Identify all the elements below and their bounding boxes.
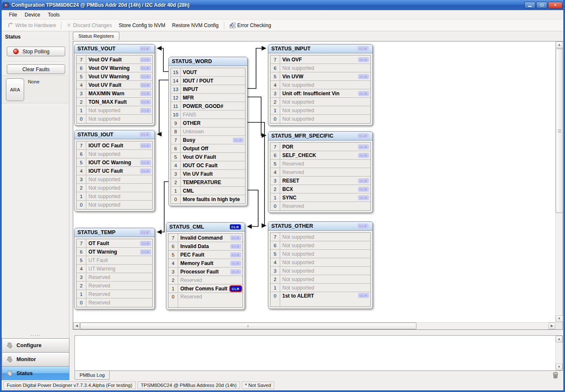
clr-button[interactable]: CLR: [230, 244, 241, 249]
clr-button[interactable]: CLR: [358, 293, 369, 298]
clr-button[interactable]: CLR: [358, 178, 369, 183]
scroll-left-button[interactable]: ◀: [73, 323, 80, 329]
clr-button[interactable]: CLR: [140, 230, 151, 235]
clr-button[interactable]: CLR: [358, 224, 369, 229]
register-bit-row: 7Not supported: [270, 233, 370, 241]
bit-label: Reserved: [280, 203, 370, 209]
scroll-right-button[interactable]: ▶: [548, 323, 555, 329]
register-bit-row: 3Vin UV Fault: [171, 170, 245, 178]
clr-button[interactable]: CLR: [358, 133, 369, 138]
register-table: 7IOUT OC FaultCLR6Not supported5IOUT OC …: [76, 141, 153, 210]
restore-nvm-config-button[interactable]: Restore NVM Config: [168, 21, 222, 30]
clr-button[interactable]: CLR: [140, 160, 151, 165]
discard-changes-button[interactable]: ✕ Discard Changes: [63, 21, 115, 30]
register-bit-row: 7PORCLR: [270, 143, 370, 151]
maximize-button[interactable]: [536, 2, 547, 8]
trash-icon[interactable]: [552, 372, 559, 379]
clr-button[interactable]: CLR: [358, 195, 369, 200]
clr-button[interactable]: CLR: [140, 241, 151, 246]
register-bit-row: 3Not supported: [270, 267, 370, 275]
bit-label: Not supported: [86, 202, 152, 208]
clr-button[interactable]: CLR: [358, 187, 369, 192]
minimize-button[interactable]: [524, 2, 535, 8]
clr-button[interactable]: CLR: [230, 224, 241, 229]
clr-button[interactable]: CLR: [140, 57, 151, 62]
statusbar-device: TPSM8D6C24 @ PMBus Address 20d (14h): [138, 381, 240, 389]
sidebar-nav: Configure Monitor Status: [2, 338, 69, 380]
bit-number: 4: [168, 259, 178, 267]
register-status-vout: STATUS_VOUTCLR7Vout OV FaultCLR6Vout OV …: [74, 44, 155, 126]
register-bit-row: 2BCXCLR: [270, 185, 370, 193]
clear-faults-button[interactable]: Clear Faults: [7, 64, 65, 74]
clr-button[interactable]: CLR: [140, 66, 151, 71]
bit-label: INPUT: [181, 86, 245, 92]
nav-monitor[interactable]: Monitor: [2, 352, 69, 366]
clr-button[interactable]: CLR: [140, 249, 151, 254]
error-checking-button[interactable]: Error Checking: [226, 21, 275, 30]
clr-button[interactable]: CLR: [140, 91, 151, 96]
vertical-scroll-thumb[interactable]: [556, 49, 563, 213]
clr-button[interactable]: CLR: [233, 138, 244, 143]
register-bit-row: 7Vin OVFCLR: [270, 55, 370, 64]
clr-button[interactable]: CLR: [140, 168, 151, 174]
clr-button[interactable]: CLR: [358, 46, 369, 51]
clr-button[interactable]: CLR: [358, 153, 369, 158]
clr-button[interactable]: CLR: [230, 252, 241, 257]
clr-button[interactable]: CLR: [358, 74, 369, 79]
clr-button[interactable]: CLR: [140, 108, 151, 113]
clr-button[interactable]: CLR: [358, 91, 369, 96]
log-vertical-scrollbar[interactable]: ▲ ▼: [555, 336, 562, 370]
clr-button[interactable]: CLR: [140, 132, 151, 137]
store-config-to-nvm-button[interactable]: Store Config to NVM: [115, 21, 168, 30]
horizontal-scrollbar[interactable]: ◀ ‖ ▶: [73, 322, 555, 329]
scroll-down-button[interactable]: ▼: [556, 315, 563, 322]
register-header: STATUS_WORD: [169, 57, 247, 66]
clr-button[interactable]: CLR: [230, 261, 241, 266]
bit-number: 2: [270, 98, 280, 106]
clr-button[interactable]: CLR: [140, 143, 151, 148]
clr-button[interactable]: CLR: [140, 99, 151, 105]
bit-label: Reserved: [280, 169, 370, 175]
clr-button[interactable]: CLR: [140, 83, 151, 88]
ti-icon: [6, 342, 13, 348]
bit-number: 0: [270, 115, 280, 123]
scroll-up-button[interactable]: ▲: [556, 41, 563, 48]
tab-pmbus-log[interactable]: PMBus Log: [74, 371, 110, 380]
clr-button[interactable]: CLR: [230, 269, 241, 274]
scroll-track[interactable]: [416, 323, 548, 329]
bit-label: Not supported: [280, 251, 370, 257]
write-to-hardware-button[interactable]: Write to Hardware: [4, 21, 59, 30]
register-bit-row: 4Not supported: [270, 258, 370, 267]
close-button[interactable]: ✕: [548, 2, 562, 8]
register-table: 7PORCLR6SELF_CHECKCLR5Reserved4Reserved3…: [270, 142, 371, 211]
bit-label: Not supported: [280, 259, 370, 265]
clr-button[interactable]: CLR: [358, 57, 369, 62]
bit-number: 0: [168, 294, 178, 307]
log-scroll-down-button[interactable]: ▼: [556, 364, 562, 370]
clr-button[interactable]: CLR: [358, 144, 369, 149]
ara-button[interactable]: ARA: [6, 78, 24, 101]
nav-configure[interactable]: Configure: [2, 338, 69, 352]
tab-status-registers[interactable]: Status Registers: [73, 32, 119, 40]
bit-label: IOUT OC Fault: [86, 143, 140, 149]
menu-device[interactable]: Device: [21, 11, 44, 19]
clr-button[interactable]: CLR: [140, 74, 151, 79]
menu-tools[interactable]: Tools: [44, 11, 63, 19]
splitter-handle[interactable]: [2, 334, 69, 337]
clr-button[interactable]: CLR: [230, 235, 241, 240]
bit-number: 2: [168, 276, 178, 284]
clr-button[interactable]: CLR: [140, 46, 151, 51]
bit-label: Not supported: [86, 193, 152, 199]
register-status-mfr-specific: STATUS_MFR_SPECIFICCLR7PORCLR6SELF_CHECK…: [268, 131, 373, 213]
stop-polling-button[interactable]: Stop Polling: [7, 47, 65, 56]
log-scroll-up-button[interactable]: ▲: [556, 336, 562, 342]
register-bit-row: 6Not supported: [77, 150, 152, 158]
nav-status[interactable]: Status: [2, 366, 69, 380]
vertical-scrollbar[interactable]: ▲ ▼: [555, 41, 562, 322]
horizontal-scroll-thumb[interactable]: ‖: [80, 323, 416, 329]
menu-file[interactable]: File: [5, 11, 21, 19]
register-bit-row: 0Reserved: [270, 202, 370, 210]
clr-button[interactable]: CLR: [230, 286, 241, 291]
bit-label: Vin OVF: [280, 57, 358, 63]
register-bit-row: 7OT FaultCLR: [77, 239, 152, 248]
